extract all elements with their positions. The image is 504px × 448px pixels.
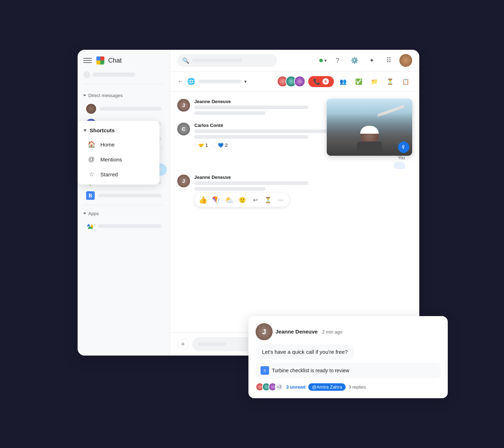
phone-icon: 📞: [313, 78, 320, 85]
section-arrow-apps: [83, 213, 86, 214]
sidebar-divider: [83, 84, 164, 84]
channel-icon: 🌐: [187, 78, 195, 85]
main-window: Chat Direct messages: [78, 50, 419, 356]
reaction-count-2: 2: [225, 143, 227, 148]
section-label-apps: Apps: [88, 211, 99, 216]
sidebar-divider-3: [83, 205, 164, 205]
notification-time: 2 min ago: [322, 329, 342, 335]
folder-button[interactable]: 📁: [368, 75, 381, 88]
notification-footer: +3 3 unread @Amira Zahra 3 replies: [256, 383, 441, 391]
message-toolbar: 👍 🪁 ⛅ 🙂 ↩ ⏳ ⋯: [194, 193, 289, 207]
dm-name-1: [100, 107, 161, 111]
people-button[interactable]: 👥: [337, 75, 350, 88]
reaction-heart[interactable]: 💙 2: [214, 141, 231, 150]
starred-label: Starred: [100, 171, 118, 177]
section-apps[interactable]: Apps: [78, 208, 170, 219]
shortcuts-arrow: [83, 129, 87, 132]
message-line-2-1: [194, 129, 344, 133]
person-body: [357, 142, 382, 152]
notification-avatar: J: [256, 323, 273, 340]
unread-count: 3 unread: [286, 384, 305, 390]
group-avatars: [277, 76, 305, 87]
reaction-emoji-2: 💙: [218, 143, 224, 148]
apps-icon: ⠿: [386, 56, 392, 65]
video-call-button[interactable]: 📞 6: [308, 76, 334, 87]
task-button[interactable]: ✅: [352, 75, 365, 88]
dm-item-1[interactable]: [80, 102, 167, 116]
sidebar-header: Chat: [78, 50, 170, 68]
mentions-item[interactable]: @ Mentions: [78, 152, 159, 167]
menu-icon[interactable]: [83, 56, 92, 65]
toolbar-hourglass-btn[interactable]: ⏳: [262, 194, 274, 206]
starred-icon: ☆: [88, 170, 95, 178]
toolbar-reply-btn[interactable]: ↩: [250, 194, 261, 206]
svg-rect-3: [100, 57, 104, 60]
toolbar-more-btn[interactable]: ⋯: [275, 194, 287, 206]
notification-attachment[interactable]: ≡ Turbine checklist is ready to review: [256, 363, 441, 378]
status-indicator[interactable]: ▾: [319, 58, 327, 63]
notification-card: J Jeanne Deneuve 2 min ago Let's have a …: [248, 316, 448, 398]
settings-icon: ⚙️: [351, 57, 358, 64]
new-chat-icon: [83, 71, 90, 78]
my-message-container: You: [177, 155, 409, 169]
dm-avatar-1: [86, 104, 96, 114]
shortcuts-header: Shortcuts: [78, 124, 159, 137]
add-attachment-button[interactable]: +: [177, 338, 189, 350]
notification-header: J Jeanne Deneuve 2 min ago: [256, 323, 441, 340]
header-actions: 📞 6 👥 ✅ 📁 ⏳ 📋: [277, 75, 412, 88]
message-avatar-jeanne-1: J: [177, 99, 190, 112]
apps-button[interactable]: ⠿: [382, 54, 395, 67]
new-chat-button[interactable]: [83, 71, 164, 78]
message-sender-3: Jeanne Deneuve: [194, 175, 412, 180]
search-bar[interactable]: 🔍: [177, 54, 277, 67]
sparkle-icon: ✦: [369, 57, 374, 64]
message-body-3: Jeanne Deneuve 👍 🪁 ⛅ 🙂 ↩ ⏳ ⋯: [194, 175, 412, 207]
svg-rect-1: [96, 57, 100, 60]
my-bubble: [394, 162, 405, 169]
toolbar-kite[interactable]: 🪁: [210, 194, 222, 206]
help-button[interactable]: ?: [331, 54, 344, 67]
toolbar-emoji-btn[interactable]: 🙂: [237, 194, 248, 206]
help-icon: ?: [336, 57, 339, 64]
chat-logo: Chat: [95, 55, 122, 65]
plus-count-badge: +3: [275, 383, 283, 391]
starred-item[interactable]: ☆ Starred: [78, 167, 159, 182]
search-input: [192, 59, 242, 62]
settings-button[interactable]: ⚙️: [348, 54, 361, 67]
channel-dropdown-icon[interactable]: ▾: [244, 79, 247, 84]
attachment-text: Turbine checklist is ready to review: [272, 368, 349, 373]
app-title: Chat: [108, 57, 122, 64]
chat-header: ← 🌐 ▾ 📞 6: [170, 71, 419, 92]
chevron-down-icon: ▾: [324, 58, 327, 63]
group-avatar-3: [294, 76, 305, 87]
app-name-1: [98, 224, 161, 228]
mention-badge[interactable]: @Amira Zahra: [308, 383, 346, 391]
drive-icon: [86, 222, 95, 230]
mic-button[interactable]: 🎙: [398, 142, 409, 153]
home-icon: 🏠: [88, 140, 95, 148]
new-chat-bar: [93, 73, 135, 77]
user-avatar[interactable]: [399, 54, 412, 67]
section-direct-messages[interactable]: Direct messages: [78, 90, 170, 101]
hourglass-button[interactable]: ⏳: [384, 75, 397, 88]
toolbar-weather[interactable]: ⛅: [224, 194, 235, 206]
toolbar-thumbsup[interactable]: 👍: [197, 194, 209, 206]
section-arrow: [83, 95, 86, 96]
home-item[interactable]: 🏠 Home: [78, 137, 159, 152]
input-placeholder: [198, 342, 226, 346]
reply-avatars: +3: [256, 383, 283, 391]
active-status-dot: [319, 59, 323, 62]
shortcuts-label: Shortcuts: [90, 127, 115, 133]
message-line-2-2: [194, 135, 308, 139]
channel-name: [199, 80, 241, 83]
sparkle-button[interactable]: ✦: [365, 54, 378, 67]
app-item-drive[interactable]: [80, 220, 167, 233]
space-item-3[interactable]: B: [80, 189, 167, 202]
space-icon-3: B: [86, 191, 95, 200]
back-button[interactable]: ←: [177, 78, 184, 85]
chat-title-area: ▾: [199, 79, 247, 84]
clipboard-button[interactable]: 📋: [399, 75, 412, 88]
reaction-handshake[interactable]: 🤝 1: [194, 141, 212, 150]
message-line-3-2: [194, 187, 266, 191]
you-label: You: [398, 155, 405, 160]
